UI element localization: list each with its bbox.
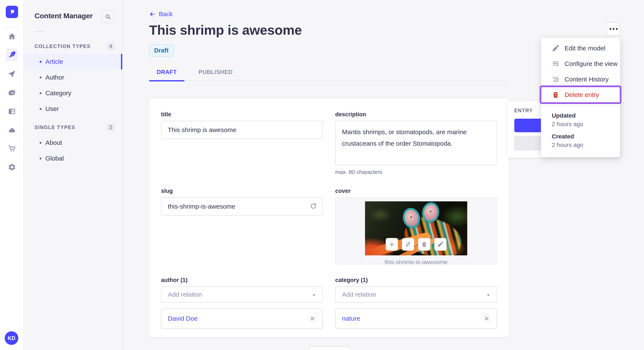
sidebar-title: Content Manager [34, 10, 93, 20]
refresh-icon [309, 202, 317, 210]
link-icon [405, 241, 412, 248]
delete-asset-button[interactable] [418, 238, 430, 251]
field-description: description Mantis shrimps, or stomatopo… [335, 111, 497, 175]
updated-label: Updated [552, 112, 612, 119]
collapsed-bottom-pill[interactable] [308, 347, 350, 350]
menu-item-edit-the-model[interactable]: Edit the model [541, 40, 620, 56]
sidebar-item-about[interactable]: About [24, 135, 122, 151]
cover-actions [386, 238, 446, 251]
remove-relation-icon[interactable] [309, 315, 316, 322]
section-count-badge: 2 [107, 124, 114, 131]
settings-gear-icon[interactable] [6, 161, 18, 174]
edit-asset-button[interactable] [434, 238, 446, 251]
menu-item-configure-the-view[interactable]: Configure the view [541, 56, 620, 71]
rail-divider [4, 28, 20, 28]
select-placeholder: Add relation [168, 291, 202, 298]
sidebar-item-label: User [45, 105, 59, 113]
media-library-icon[interactable] [6, 86, 18, 99]
back-label: Back [159, 11, 172, 18]
trash-icon [552, 91, 560, 99]
relation-link[interactable]: nature [342, 315, 360, 322]
bullet-icon [40, 158, 42, 160]
entry-context-menu: Edit the model Configure the view Conten… [541, 38, 620, 157]
menu-item-delete-entry[interactable]: Delete entry [541, 87, 620, 103]
description-textarea[interactable]: Mantis shrimps, or stomatopods, are mari… [335, 121, 497, 166]
category-relation-select[interactable]: Add relation [335, 286, 497, 303]
version-tabs: DRAFT PUBLISHED [149, 69, 509, 81]
add-asset-button[interactable] [386, 238, 398, 251]
slug-label: slug [161, 188, 323, 194]
bullet-icon [40, 108, 42, 110]
menu-item-label: Configure the view [564, 60, 618, 67]
updated-value: 2 hours ago [552, 121, 612, 128]
section-collection-types: COLLECTION TYPES 4 [24, 42, 122, 50]
copy-link-button[interactable] [402, 238, 414, 251]
field-title: title [161, 111, 323, 175]
sidebar-item-label: Article [45, 58, 63, 65]
section-single-types: SINGLE TYPES 2 [24, 124, 122, 131]
field-author: author (1) Add relation David Doe [161, 277, 323, 329]
sidebar-item-author[interactable]: Author [24, 70, 122, 85]
remove-relation-icon[interactable] [483, 315, 490, 322]
sidebar-item-global[interactable]: Global [24, 151, 122, 166]
section-label: COLLECTION TYPES [34, 44, 90, 49]
bullet-icon [40, 61, 42, 63]
releases-icon[interactable] [6, 68, 18, 80]
sidebar-item-user[interactable]: User [24, 101, 122, 117]
author-relation-row: David Doe [161, 309, 323, 329]
menu-item-content-history[interactable]: Content History [541, 71, 620, 87]
edit-form-card: title description Mantis shrimps, or sto… [149, 98, 509, 337]
entry-meta: Updated 2 hours ago Created 2 hours ago [541, 106, 620, 157]
cover-asset-card: this-shrimp-is-awesome [335, 197, 497, 265]
field-slug: slug [161, 188, 323, 265]
strapi-logo-icon [8, 8, 16, 16]
user-avatar[interactable]: KD [5, 331, 18, 345]
sidebar-item-label: Global [45, 155, 64, 162]
created-value: 2 hours ago [552, 142, 612, 149]
home-icon[interactable] [6, 30, 18, 43]
relation-link[interactable]: David Doe [168, 315, 198, 322]
field-cover: cover [335, 188, 497, 265]
section-label: SINGLE TYPES [34, 125, 75, 130]
title-input[interactable] [161, 121, 323, 139]
nav-rail: KD [0, 0, 24, 350]
slug-input[interactable] [161, 197, 323, 216]
sidebar-divider [34, 31, 44, 32]
author-label: author (1) [161, 277, 323, 283]
cover-caption: this-shrimp-is-awesome [336, 259, 497, 265]
strapi-logo[interactable] [6, 6, 18, 18]
history-icon [552, 75, 560, 83]
sidebar-item-label: Category [45, 90, 71, 97]
bullet-icon [40, 92, 42, 94]
pencil-icon [437, 241, 444, 247]
marketplace-cart-icon[interactable] [6, 142, 18, 155]
back-link[interactable]: Back [149, 11, 172, 18]
menu-item-label: Delete entry [564, 91, 599, 98]
sidebar-item-article[interactable]: Article [24, 54, 122, 70]
category-relation-row: nature [335, 309, 497, 329]
sidebar-item-label: Author [45, 74, 64, 81]
content-type-builder-icon[interactable] [6, 105, 18, 118]
more-options-button[interactable] [607, 22, 620, 35]
configure-list-icon [552, 60, 560, 68]
menu-item-label: Edit the model [564, 45, 606, 52]
status-badge: Draft [149, 44, 174, 57]
field-category: category (1) Add relation nature [335, 277, 497, 329]
tab-published[interactable]: PUBLISHED [191, 69, 240, 81]
pencil-icon [552, 44, 560, 52]
category-label: category (1) [335, 277, 497, 283]
author-relation-select[interactable]: Add relation [161, 286, 323, 303]
page-title: This shrimp is awesome [149, 22, 509, 38]
select-placeholder: Add relation [342, 291, 376, 298]
cloud-icon[interactable] [6, 124, 18, 137]
search-button[interactable] [101, 10, 114, 23]
tab-draft[interactable]: DRAFT [149, 69, 184, 81]
chevron-down-icon [486, 292, 491, 298]
bullet-icon [40, 142, 42, 144]
more-options-icon [610, 28, 611, 30]
search-icon [105, 14, 111, 20]
content-manager-icon[interactable] [6, 48, 18, 61]
sidebar-item-category[interactable]: Category [24, 85, 122, 101]
content-manager-sidebar: Content Manager COLLECTION TYPES 4 Artic… [24, 0, 123, 350]
regenerate-slug-button[interactable] [309, 202, 317, 210]
